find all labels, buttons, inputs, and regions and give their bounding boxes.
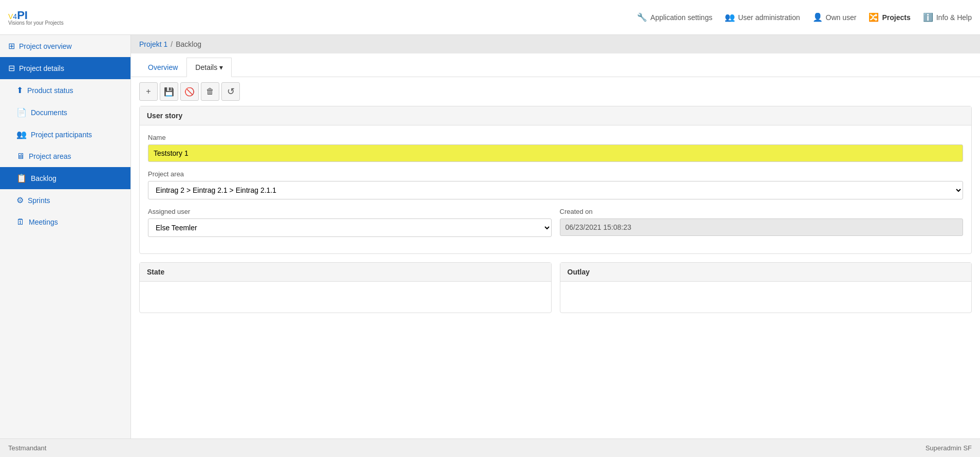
name-label: Name — [148, 134, 963, 141]
assigned-user-label: Assigned user — [148, 208, 552, 215]
assigned-user-select[interactable]: Else Teemler — [148, 218, 552, 237]
created-on-col: Created on 06/23/2021 15:08:23 — [560, 208, 964, 245]
created-on-group: Created on 06/23/2021 15:08:23 — [560, 208, 964, 236]
sidebar-item-project-overview[interactable]: ⊞ Project overview — [0, 35, 130, 57]
cancel-icon: 🚫 — [184, 87, 195, 97]
logo-v: V — [8, 12, 13, 21]
footer-tenant: Testmandant — [8, 444, 46, 452]
name-group: Name — [148, 134, 963, 162]
sidebar-label-project-participants: Project participants — [31, 131, 92, 139]
state-section: State — [139, 262, 552, 313]
nav-own-user-label: Own user — [826, 13, 857, 22]
topbar: V4PI Visions for your Projects 🔧 Applica… — [0, 0, 980, 35]
cancel-button[interactable]: 🚫 — [180, 82, 199, 101]
upload-icon: ⬆ — [16, 85, 23, 95]
refresh-icon: ↺ — [227, 86, 235, 97]
add-button[interactable]: + — [139, 82, 158, 101]
nav-projects-label: Projects — [882, 13, 910, 22]
assigned-user-col: Assigned user Else Teemler — [148, 208, 552, 245]
topbar-nav: 🔧 Application settings 👥 User administra… — [637, 12, 972, 22]
projects-icon: 🔀 — [869, 12, 879, 22]
logo-4: 4 — [13, 12, 17, 21]
nav-info-help[interactable]: ℹ️ Info & Help — [923, 12, 972, 22]
sidebar-label-sprints: Sprints — [28, 196, 50, 205]
sidebar-label-project-details: Project details — [19, 64, 64, 72]
sidebar-label-product-status: Product status — [27, 86, 73, 95]
nav-projects[interactable]: 🔀 Projects — [869, 12, 910, 22]
project-area-group: Project area Eintrag 2 > Eintrag 2.1 > E… — [148, 170, 963, 199]
toolbar: + 💾 🚫 🗑 ↺ — [131, 77, 980, 106]
participants-icon: 👥 — [16, 130, 27, 139]
sidebar-label-project-overview: Project overview — [19, 42, 72, 50]
details-icon: ⊟ — [8, 63, 15, 73]
nav-app-settings[interactable]: 🔧 Application settings — [637, 12, 712, 22]
assigned-user-group: Assigned user Else Teemler — [148, 208, 552, 237]
tab-overview-label: Overview — [148, 63, 178, 71]
nav-app-settings-label: Application settings — [650, 13, 712, 22]
main-layout: ⊞ Project overview ⊟ Project details ⬆ P… — [0, 35, 980, 438]
breadcrumb: Projekt 1 / Backlog — [131, 35, 980, 53]
content-area: Projekt 1 / Backlog Overview Details ▾ +… — [131, 35, 980, 438]
nav-user-admin[interactable]: 👥 User administration — [725, 12, 800, 22]
breadcrumb-project-link[interactable]: Projekt 1 — [139, 40, 167, 48]
grid-icon: ⊞ — [8, 41, 15, 51]
users-icon: 👥 — [725, 12, 735, 22]
meetings-icon: 🗓 — [16, 217, 25, 227]
nav-info-help-label: Info & Help — [936, 13, 972, 22]
tab-details[interactable]: Details ▾ — [186, 58, 232, 77]
bottom-sections: State Outlay — [139, 262, 972, 313]
add-icon: + — [146, 87, 150, 96]
user-date-row: Assigned user Else Teemler Created on 06… — [148, 208, 963, 245]
user-story-section: User story Name Project area Eintrag 2 >… — [139, 106, 972, 254]
footer: Testmandant Superadmin SF — [0, 438, 980, 457]
tab-details-label: Details ▾ — [195, 63, 223, 71]
tabs: Overview Details ▾ — [131, 58, 980, 77]
logo: V4PI Visions for your Projects — [8, 9, 64, 26]
form-scroll: User story Name Project area Eintrag 2 >… — [131, 106, 980, 438]
sidebar-item-sprints[interactable]: ⚙ Sprints — [0, 189, 130, 211]
save-button[interactable]: 💾 — [160, 82, 178, 101]
project-area-select[interactable]: Eintrag 2 > Eintrag 2.1 > Eintrag 2.1.1 — [148, 181, 963, 199]
sidebar-label-backlog: Backlog — [31, 174, 56, 182]
state-header: State — [140, 263, 551, 282]
delete-icon: 🗑 — [206, 87, 214, 96]
refresh-button[interactable]: ↺ — [221, 82, 240, 101]
sidebar-item-project-details[interactable]: ⊟ Project details — [0, 57, 130, 79]
created-on-label: Created on — [560, 208, 964, 215]
breadcrumb-separator: / — [171, 40, 173, 48]
project-area-label: Project area — [148, 170, 963, 178]
save-icon: 💾 — [164, 87, 174, 97]
delete-button[interactable]: 🗑 — [201, 82, 219, 101]
sidebar-label-documents: Documents — [31, 108, 67, 117]
breadcrumb-current: Backlog — [176, 40, 201, 48]
outlay-body — [560, 282, 972, 313]
sidebar-label-project-areas: Project areas — [29, 152, 71, 160]
user-icon: 👤 — [813, 12, 823, 22]
user-story-header: User story — [140, 106, 971, 125]
created-on-value: 06/23/2021 15:08:23 — [560, 218, 964, 236]
sidebar-item-product-status[interactable]: ⬆ Product status — [0, 79, 130, 101]
nav-user-admin-label: User administration — [738, 13, 800, 22]
sidebar-item-project-participants[interactable]: 👥 Project participants — [0, 123, 130, 145]
nav-own-user[interactable]: 👤 Own user — [813, 12, 857, 22]
sidebar-item-documents[interactable]: 📄 Documents — [0, 101, 130, 123]
areas-icon: 🖥 — [16, 152, 25, 161]
sprints-icon: ⚙ — [16, 195, 24, 205]
state-body — [140, 282, 551, 313]
name-input[interactable] — [148, 144, 963, 162]
logo-subtitle: Visions for your Projects — [8, 20, 64, 26]
outlay-header: Outlay — [560, 263, 972, 282]
outlay-section: Outlay — [560, 262, 972, 313]
sidebar-item-backlog[interactable]: 📋 Backlog — [0, 167, 130, 189]
tab-overview[interactable]: Overview — [139, 58, 186, 77]
info-icon: ℹ️ — [923, 12, 933, 22]
sidebar-item-meetings[interactable]: 🗓 Meetings — [0, 211, 130, 233]
sidebar-item-project-areas[interactable]: 🖥 Project areas — [0, 145, 130, 167]
user-story-body: Name Project area Eintrag 2 > Eintrag 2.… — [140, 125, 971, 253]
document-icon: 📄 — [16, 107, 27, 117]
footer-user: Superadmin SF — [926, 444, 972, 452]
wrench-icon: 🔧 — [637, 12, 647, 22]
backlog-icon: 📋 — [16, 173, 27, 183]
sidebar: ⊞ Project overview ⊟ Project details ⬆ P… — [0, 35, 131, 438]
sidebar-label-meetings: Meetings — [29, 218, 58, 226]
